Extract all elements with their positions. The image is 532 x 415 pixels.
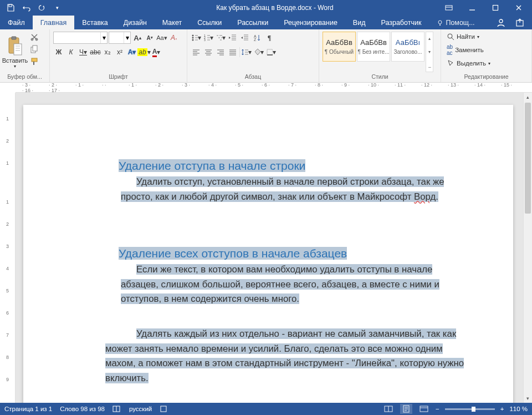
increase-indent-button[interactable] bbox=[239, 32, 250, 43]
multilevel-button[interactable]: ▾ bbox=[215, 32, 226, 43]
document-area[interactable]: Удаление отступа в начале строки Удалить… bbox=[16, 93, 523, 403]
font-family-select[interactable]: ▾ bbox=[53, 32, 108, 44]
tell-me-search[interactable]: Помощ... bbox=[429, 16, 482, 29]
subscript-button[interactable]: x₂ bbox=[102, 47, 113, 58]
grow-font-button[interactable]: A▴ bbox=[132, 32, 143, 43]
status-page[interactable]: Страница 1 из 1 bbox=[4, 406, 52, 412]
strike-button[interactable]: abc bbox=[90, 47, 101, 58]
zoom-out-button[interactable]: − bbox=[436, 406, 439, 412]
status-macro[interactable] bbox=[160, 405, 167, 413]
group-paragraph: ▾ 123▾ ▾ AZ ¶ ▾ ▾ ▾ Абзац bbox=[187, 29, 319, 82]
align-center-button[interactable] bbox=[203, 47, 214, 58]
svg-rect-14 bbox=[32, 58, 37, 62]
zoom-slider[interactable] bbox=[445, 408, 495, 410]
status-bar: Страница 1 из 1 Слово 98 из 98 русский −… bbox=[0, 403, 532, 415]
svg-rect-3 bbox=[493, 6, 498, 11]
decrease-indent-button[interactable] bbox=[227, 32, 238, 43]
share-icon[interactable] bbox=[515, 18, 524, 27]
ribbon-tabs: Файл Главная Вставка Дизайн Макет Ссылки… bbox=[0, 16, 532, 29]
align-left-button[interactable] bbox=[191, 47, 202, 58]
read-mode-icon[interactable] bbox=[382, 404, 395, 414]
qat-customize-icon[interactable]: ▾ bbox=[51, 2, 63, 14]
show-marks-button[interactable]: ¶ bbox=[264, 32, 275, 43]
status-language[interactable]: русский bbox=[129, 406, 152, 412]
bullets-button[interactable]: ▾ bbox=[191, 32, 202, 43]
svg-rect-26 bbox=[161, 406, 166, 412]
paragraph-text: может занять немало времени и усилий. Бл… bbox=[105, 343, 443, 354]
svg-text:Z: Z bbox=[254, 38, 257, 42]
tab-references[interactable]: Ссылки bbox=[190, 16, 229, 29]
group-clipboard-label: Буфер обм... bbox=[3, 72, 46, 81]
heading-1: Удаление отступа в начале строки bbox=[119, 159, 305, 172]
replace-button[interactable]: abac Заменить bbox=[444, 43, 528, 57]
bold-button[interactable]: Ж bbox=[53, 47, 64, 58]
underline-button[interactable]: Ч▾ bbox=[78, 47, 89, 58]
font-size-select[interactable]: ▾ bbox=[109, 32, 131, 44]
tab-layout[interactable]: Макет bbox=[155, 16, 190, 29]
tab-file[interactable]: Файл bbox=[0, 16, 33, 29]
status-proofing[interactable] bbox=[112, 405, 121, 413]
justify-button[interactable] bbox=[227, 47, 238, 58]
scroll-down-icon[interactable]: ▾ bbox=[524, 394, 532, 403]
redo-icon[interactable] bbox=[35, 2, 48, 14]
title-bar: ▾ Как убрать абзац в Ворде.docx - Word bbox=[0, 0, 532, 16]
styles-gallery-scroll[interactable]: ▴▾⎯ bbox=[426, 32, 433, 72]
shrink-font-button[interactable]: A▾ bbox=[144, 32, 155, 43]
format-painter-icon[interactable] bbox=[29, 56, 40, 67]
record-icon bbox=[160, 405, 167, 413]
cut-icon[interactable] bbox=[29, 32, 40, 43]
numbering-button[interactable]: 123▾ bbox=[203, 32, 214, 43]
tab-review[interactable]: Рецензирование bbox=[276, 16, 345, 29]
tab-design[interactable]: Дизайн bbox=[116, 16, 155, 29]
copy-icon[interactable] bbox=[29, 44, 40, 55]
tab-view[interactable]: Вид bbox=[345, 16, 374, 29]
paragraph-text: отступов, в нем содержится очень много. bbox=[121, 293, 299, 304]
horizontal-ruler[interactable]: · 3 ·· 2 ·· 1 ·· ·· 1 ·· 2 ·· 3 ·· 4 ·· … bbox=[16, 83, 532, 93]
change-case-button[interactable]: Aa▾ bbox=[156, 32, 167, 43]
style-no-spacing[interactable]: АаБбВв ¶ Без инте... bbox=[357, 32, 390, 62]
paragraph-text: Удалить отступ, установленный в начале п… bbox=[136, 176, 444, 187]
paste-button[interactable]: Вставить ▾ bbox=[3, 32, 27, 72]
tab-home[interactable]: Главная bbox=[33, 16, 75, 29]
highlight-button[interactable]: ab▾ bbox=[139, 47, 150, 58]
minimize-icon[interactable] bbox=[461, 2, 483, 14]
vertical-scrollbar[interactable]: ▴ ▾ bbox=[523, 93, 532, 403]
style-normal[interactable]: АаБбВв ¶ Обычный bbox=[323, 32, 356, 62]
shading-button[interactable]: ▾ bbox=[253, 47, 264, 58]
zoom-in-button[interactable]: + bbox=[500, 406, 504, 412]
borders-button[interactable]: ▾ bbox=[265, 47, 277, 58]
user-icon[interactable] bbox=[497, 18, 505, 27]
undo-icon[interactable] bbox=[20, 2, 32, 14]
window-title: Как убрать абзац в Ворде.docx - Word bbox=[68, 4, 438, 12]
font-color-button[interactable]: A▾ bbox=[151, 47, 162, 58]
style-heading1[interactable]: АаБбВı Заголово... bbox=[391, 32, 424, 62]
scroll-up-icon[interactable]: ▴ bbox=[524, 93, 532, 102]
close-icon[interactable] bbox=[508, 2, 530, 14]
lightbulb-icon bbox=[437, 19, 443, 26]
maximize-icon[interactable] bbox=[484, 2, 507, 14]
zoom-thumb[interactable] bbox=[472, 407, 475, 412]
sort-button[interactable]: AZ bbox=[252, 32, 263, 43]
scroll-thumb[interactable] bbox=[525, 103, 531, 214]
align-right-button[interactable] bbox=[215, 47, 226, 58]
replace-icon: abac bbox=[447, 44, 453, 56]
save-icon[interactable] bbox=[4, 2, 17, 14]
italic-button[interactable]: К bbox=[65, 47, 76, 58]
tab-mailings[interactable]: Рассылки bbox=[229, 16, 276, 29]
ribbon-options-icon[interactable] bbox=[438, 2, 460, 14]
tab-developer[interactable]: Разработчик bbox=[373, 16, 429, 29]
style-name: ¶ Без инте... bbox=[358, 49, 390, 55]
vertical-ruler[interactable]: 121123456789 bbox=[0, 93, 16, 403]
line-spacing-button[interactable]: ▾ bbox=[241, 47, 252, 58]
status-words[interactable]: Слово 98 из 98 bbox=[60, 406, 105, 412]
print-layout-icon[interactable] bbox=[400, 404, 412, 414]
clear-format-button[interactable]: Aₓ bbox=[168, 32, 180, 43]
zoom-level[interactable]: 110 % bbox=[509, 406, 528, 412]
paste-label: Вставить bbox=[2, 57, 28, 64]
text-effects-button[interactable]: A▾ bbox=[126, 47, 137, 58]
select-button[interactable]: Выделить▾ bbox=[444, 58, 528, 68]
web-layout-icon[interactable] bbox=[418, 404, 430, 414]
superscript-button[interactable]: x² bbox=[114, 47, 125, 58]
find-button[interactable]: Найти▾ bbox=[444, 32, 528, 42]
tab-insert[interactable]: Вставка bbox=[74, 16, 115, 29]
